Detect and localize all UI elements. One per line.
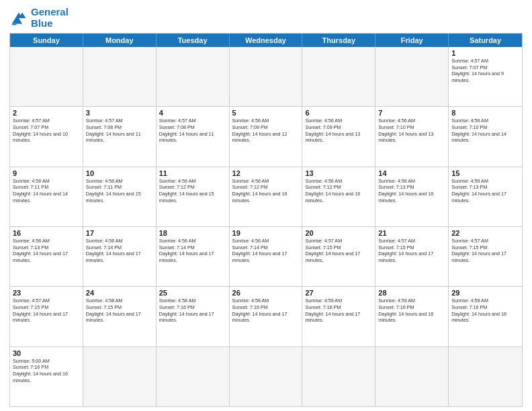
day-info: Sunrise: 4:56 AM Sunset: 7:13 PM Dayligh… bbox=[451, 178, 519, 204]
day-number: 16 bbox=[13, 229, 80, 237]
weekday-header-wednesday: Wednesday bbox=[230, 34, 303, 47]
day-number: 11 bbox=[159, 169, 226, 177]
day-info: Sunrise: 4:57 AM Sunset: 7:07 PM Dayligh… bbox=[451, 58, 519, 84]
day-number: 3 bbox=[86, 109, 153, 117]
day-cell-5: 5Sunrise: 4:56 AM Sunset: 7:09 PM Daylig… bbox=[230, 107, 303, 166]
weekday-header-sunday: Sunday bbox=[10, 34, 83, 47]
day-cell-29: 29Sunrise: 4:59 AM Sunset: 7:16 PM Dayli… bbox=[449, 287, 522, 346]
weekday-header-monday: Monday bbox=[83, 34, 157, 47]
day-number: 29 bbox=[451, 289, 519, 297]
day-number: 23 bbox=[13, 289, 80, 297]
day-info: Sunrise: 4:58 AM Sunset: 7:16 PM Dayligh… bbox=[159, 298, 226, 324]
day-cell-16: 16Sunrise: 4:56 AM Sunset: 7:13 PM Dayli… bbox=[10, 227, 83, 286]
logo-general: General bbox=[31, 6, 69, 17]
day-cell-23: 23Sunrise: 4:57 AM Sunset: 7:15 PM Dayli… bbox=[10, 287, 83, 346]
day-number: 17 bbox=[86, 229, 153, 237]
day-info: Sunrise: 4:56 AM Sunset: 7:12 PM Dayligh… bbox=[232, 178, 300, 204]
svg-rect-2 bbox=[12, 24, 17, 25]
calendar: SundayMondayTuesdayWednesdayThursdayFrid… bbox=[9, 33, 523, 407]
day-number: 7 bbox=[378, 109, 445, 117]
day-info: Sunrise: 4:57 AM Sunset: 7:15 PM Dayligh… bbox=[451, 238, 519, 264]
day-info: Sunrise: 4:56 AM Sunset: 7:12 PM Dayligh… bbox=[159, 178, 226, 204]
day-cell-empty-0-0 bbox=[10, 47, 83, 106]
day-number: 24 bbox=[86, 289, 153, 297]
day-info: Sunrise: 4:58 AM Sunset: 7:15 PM Dayligh… bbox=[86, 298, 153, 324]
day-cell-13: 13Sunrise: 4:56 AM Sunset: 7:12 PM Dayli… bbox=[302, 167, 375, 226]
day-info: Sunrise: 4:56 AM Sunset: 7:14 PM Dayligh… bbox=[159, 238, 226, 264]
day-cell-17: 17Sunrise: 4:56 AM Sunset: 7:14 PM Dayli… bbox=[83, 227, 157, 286]
day-cell-empty-5-6 bbox=[449, 347, 522, 406]
day-number: 13 bbox=[305, 169, 372, 177]
day-info: Sunrise: 4:56 AM Sunset: 7:09 PM Dayligh… bbox=[232, 118, 300, 144]
day-info: Sunrise: 4:57 AM Sunset: 7:08 PM Dayligh… bbox=[86, 118, 153, 144]
logo-text: General Blue bbox=[31, 7, 69, 29]
day-info: Sunrise: 4:57 AM Sunset: 7:08 PM Dayligh… bbox=[159, 118, 226, 144]
day-info: Sunrise: 4:56 AM Sunset: 7:11 PM Dayligh… bbox=[13, 178, 80, 204]
day-info: Sunrise: 4:56 AM Sunset: 7:14 PM Dayligh… bbox=[86, 238, 153, 264]
calendar-row-1: 2Sunrise: 4:57 AM Sunset: 7:07 PM Daylig… bbox=[10, 106, 522, 166]
day-number: 2 bbox=[13, 109, 80, 117]
calendar-row-3: 16Sunrise: 4:56 AM Sunset: 7:13 PM Dayli… bbox=[10, 226, 522, 286]
day-number: 25 bbox=[159, 289, 226, 297]
day-number: 27 bbox=[305, 289, 372, 297]
day-cell-3: 3Sunrise: 4:57 AM Sunset: 7:08 PM Daylig… bbox=[83, 107, 157, 166]
calendar-row-5: 30Sunrise: 5:00 AM Sunset: 7:16 PM Dayli… bbox=[10, 347, 522, 406]
day-info: Sunrise: 4:57 AM Sunset: 7:07 PM Dayligh… bbox=[13, 118, 80, 144]
calendar-body: 1Sunrise: 4:57 AM Sunset: 7:07 PM Daylig… bbox=[10, 47, 522, 406]
weekday-header-thursday: Thursday bbox=[302, 34, 375, 47]
day-info: Sunrise: 4:56 AM Sunset: 7:13 PM Dayligh… bbox=[378, 178, 445, 204]
day-info: Sunrise: 4:56 AM Sunset: 7:13 PM Dayligh… bbox=[13, 238, 80, 264]
day-number: 1 bbox=[451, 49, 519, 57]
day-cell-empty-0-5 bbox=[375, 47, 449, 106]
day-info: Sunrise: 4:56 AM Sunset: 7:09 PM Dayligh… bbox=[305, 118, 372, 144]
weekday-header-tuesday: Tuesday bbox=[157, 34, 230, 47]
day-info: Sunrise: 4:56 AM Sunset: 7:14 PM Dayligh… bbox=[232, 238, 300, 264]
day-number: 9 bbox=[13, 169, 80, 177]
day-cell-30: 30Sunrise: 5:00 AM Sunset: 7:16 PM Dayli… bbox=[10, 347, 83, 406]
day-number: 12 bbox=[232, 169, 300, 177]
day-number: 5 bbox=[232, 109, 300, 117]
day-cell-11: 11Sunrise: 4:56 AM Sunset: 7:12 PM Dayli… bbox=[157, 167, 230, 226]
day-cell-25: 25Sunrise: 4:58 AM Sunset: 7:16 PM Dayli… bbox=[157, 287, 230, 346]
day-cell-4: 4Sunrise: 4:57 AM Sunset: 7:08 PM Daylig… bbox=[157, 107, 230, 166]
day-number: 8 bbox=[451, 109, 519, 117]
day-number: 15 bbox=[451, 169, 519, 177]
day-cell-empty-5-4 bbox=[302, 347, 375, 406]
day-cell-20: 20Sunrise: 4:57 AM Sunset: 7:15 PM Dayli… bbox=[302, 227, 375, 286]
day-info: Sunrise: 5:00 AM Sunset: 7:16 PM Dayligh… bbox=[13, 358, 80, 384]
logo: General Blue bbox=[9, 7, 69, 29]
logo-blue: Blue bbox=[31, 17, 53, 29]
day-cell-15: 15Sunrise: 4:56 AM Sunset: 7:13 PM Dayli… bbox=[449, 167, 522, 226]
day-cell-10: 10Sunrise: 4:56 AM Sunset: 7:11 PM Dayli… bbox=[83, 167, 157, 226]
day-cell-2: 2Sunrise: 4:57 AM Sunset: 7:07 PM Daylig… bbox=[10, 107, 83, 166]
day-info: Sunrise: 4:57 AM Sunset: 7:15 PM Dayligh… bbox=[305, 238, 372, 264]
day-cell-14: 14Sunrise: 4:56 AM Sunset: 7:13 PM Dayli… bbox=[375, 167, 449, 226]
day-number: 20 bbox=[305, 229, 372, 237]
day-number: 22 bbox=[451, 229, 519, 237]
page: General Blue SundayMondayTuesdayWednesda… bbox=[0, 0, 532, 411]
day-number: 19 bbox=[232, 229, 300, 237]
day-cell-28: 28Sunrise: 4:59 AM Sunset: 7:16 PM Dayli… bbox=[375, 287, 449, 346]
day-info: Sunrise: 4:56 AM Sunset: 7:10 PM Dayligh… bbox=[451, 118, 519, 144]
day-cell-26: 26Sunrise: 4:58 AM Sunset: 7:16 PM Dayli… bbox=[230, 287, 303, 346]
day-number: 4 bbox=[159, 109, 226, 117]
day-cell-21: 21Sunrise: 4:57 AM Sunset: 7:15 PM Dayli… bbox=[375, 227, 449, 286]
calendar-row-4: 23Sunrise: 4:57 AM Sunset: 7:15 PM Dayli… bbox=[10, 286, 522, 346]
day-cell-24: 24Sunrise: 4:58 AM Sunset: 7:15 PM Dayli… bbox=[83, 287, 157, 346]
day-info: Sunrise: 4:59 AM Sunset: 7:16 PM Dayligh… bbox=[305, 298, 372, 324]
calendar-row-2: 9Sunrise: 4:56 AM Sunset: 7:11 PM Daylig… bbox=[10, 167, 522, 226]
day-cell-22: 22Sunrise: 4:57 AM Sunset: 7:15 PM Dayli… bbox=[449, 227, 522, 286]
day-cell-9: 9Sunrise: 4:56 AM Sunset: 7:11 PM Daylig… bbox=[10, 167, 83, 226]
day-cell-empty-5-3 bbox=[230, 347, 303, 406]
day-number: 28 bbox=[378, 289, 445, 297]
day-number: 14 bbox=[378, 169, 445, 177]
day-cell-19: 19Sunrise: 4:56 AM Sunset: 7:14 PM Dayli… bbox=[230, 227, 303, 286]
day-cell-empty-0-4 bbox=[302, 47, 375, 106]
day-cell-empty-5-1 bbox=[83, 347, 157, 406]
day-cell-empty-5-2 bbox=[157, 347, 230, 406]
day-info: Sunrise: 4:57 AM Sunset: 7:15 PM Dayligh… bbox=[13, 298, 80, 324]
day-cell-empty-5-5 bbox=[375, 347, 449, 406]
day-cell-6: 6Sunrise: 4:56 AM Sunset: 7:09 PM Daylig… bbox=[302, 107, 375, 166]
day-number: 10 bbox=[86, 169, 153, 177]
day-cell-8: 8Sunrise: 4:56 AM Sunset: 7:10 PM Daylig… bbox=[449, 107, 522, 166]
